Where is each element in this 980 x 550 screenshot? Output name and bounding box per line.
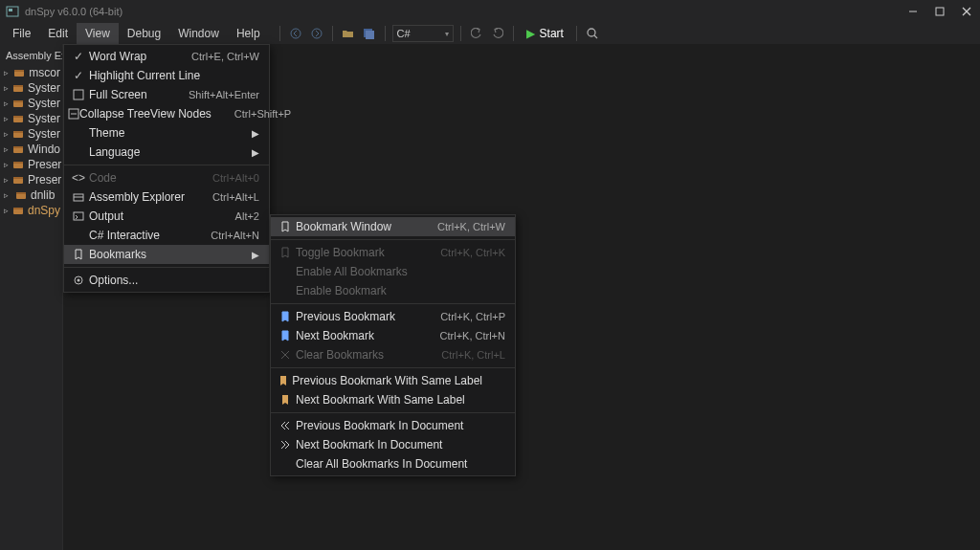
panel-title: Assembly Ex [0,46,62,65]
assembly-icon [13,67,25,78]
svg-rect-21 [13,131,23,133]
menu-prev-bookmark-label[interactable]: Previous Bookmark With Same Label [271,371,515,390]
chevron-down-icon: ▾ [445,30,449,38]
menu-output[interactable]: OutputAlt+2 [64,207,269,226]
menu-enable-bookmark: Enable Bookmark [271,281,515,300]
svg-point-39 [78,279,80,282]
tree-item[interactable]: ▹mscor [0,65,62,80]
menu-clear-bookmarks: Clear BookmarksCtrl+K, Ctrl+L [271,345,515,364]
menu-separator [64,165,269,165]
tree-item[interactable]: ▹Syster [0,126,62,142]
menu-language[interactable]: Language▶ [64,143,269,162]
tree-expand-icon[interactable]: ▹ [4,99,9,108]
open-folder-button[interactable] [340,25,357,42]
menu-next-bookmark[interactable]: Next BookmarkCtrl+K, Ctrl+N [271,326,515,345]
svg-rect-27 [13,177,23,179]
tree-expand-icon[interactable]: ▹ [4,160,9,169]
menu-debug[interactable]: Debug [119,23,169,44]
menu-bookmarks[interactable]: Bookmarks▶ [64,245,269,264]
nav-back-button[interactable] [287,25,304,42]
tree-expand-icon[interactable]: ▹ [4,206,9,215]
menu-edit[interactable]: Edit [39,23,77,44]
assembly-explorer-panel: Assembly Ex ▹mscor▹Syster▹Syster▹Syster▹… [0,44,63,550]
menu-collapse-tree[interactable]: Collapse TreeView NodesCtrl+Shift+P [64,104,269,123]
redo-button[interactable] [489,25,506,42]
tree-expand-icon[interactable]: ▹ [4,68,10,77]
menu-help[interactable]: Help [228,23,269,44]
bookmark-next-icon [275,330,296,341]
tree-expand-icon[interactable]: ▹ [4,83,9,93]
assembly-icon [12,159,24,170]
tree-item[interactable]: ▹Preser [0,172,62,187]
svg-rect-3 [936,8,944,15]
assembly-icon [12,113,24,124]
menu-next-bookmark-label[interactable]: Next Bookmark With Same Label [271,390,515,409]
menu-view[interactable]: View [77,23,119,44]
tree-item-label: Syster [28,112,60,125]
toolbar-separator [576,26,577,41]
bookmark-doc-icon [275,420,296,431]
nav-forward-button[interactable] [308,25,325,42]
menu-prev-bookmark[interactable]: Previous BookmarkCtrl+K, Ctrl+P [271,307,515,326]
assembly-icon [12,98,24,109]
tree-item-label: Windo [28,143,60,156]
tree-expand-icon[interactable]: ▹ [4,190,11,200]
tree-expand-icon[interactable]: ▹ [4,175,9,185]
svg-rect-1 [9,9,12,11]
menu-word-wrap[interactable]: ✓Word WrapCtrl+E, Ctrl+W [64,47,269,66]
menu-csharp-interactive[interactable]: C# InteractiveCtrl+Alt+N [64,226,269,245]
app-icon [6,5,19,18]
bookmarks-submenu: Bookmark WindowCtrl+K, Ctrl+W Toggle Boo… [270,214,516,476]
bookmark-label-icon [275,375,292,386]
menu-bookmark-window[interactable]: Bookmark WindowCtrl+K, Ctrl+W [271,217,515,236]
undo-button[interactable] [468,25,485,42]
svg-rect-23 [13,146,23,148]
tree-item-label: Preser [28,158,61,171]
output-icon [68,210,89,222]
svg-rect-13 [14,70,24,72]
maximize-button[interactable] [926,0,953,23]
menu-next-bookmark-doc[interactable]: Next Bookmark In Document [271,435,515,454]
bookmark-icon [68,249,89,260]
save-all-button[interactable] [361,25,378,42]
tree-item[interactable]: ▹Windo [0,142,62,157]
menu-clear-bookmarks-doc[interactable]: Clear All Bookmarks In Document [271,454,515,473]
toolbar-separator [513,26,514,41]
menu-theme[interactable]: Theme▶ [64,123,269,143]
tree-item[interactable]: ▹Preser [0,157,62,172]
tree-item[interactable]: ▹Syster [0,96,62,111]
tree-item[interactable]: ▹dnSpy [0,203,62,218]
start-label: Start [540,27,564,40]
menu-assembly-explorer[interactable]: Assembly ExplorerCtrl+Alt+L [64,187,269,207]
minimize-button[interactable] [900,0,926,23]
language-select[interactable]: C# ▾ [392,25,454,42]
close-button[interactable] [953,0,980,23]
assembly-icon [12,82,24,94]
tree-item[interactable]: ▹dnlib [0,187,62,203]
menu-window[interactable]: Window [169,23,228,44]
menu-prev-bookmark-doc[interactable]: Previous Bookmark In Document [271,416,515,435]
check-icon: ✓ [68,69,89,82]
assembly-icon [12,174,24,186]
tree-item[interactable]: ▹Syster [0,111,62,126]
menu-options[interactable]: Options... [64,271,269,290]
tree-item[interactable]: ▹Syster [0,80,62,96]
toolbar-separator [279,26,280,41]
tree-expand-icon[interactable]: ▹ [4,144,9,154]
title-bar: dnSpy v6.0.0 (64-bit) [0,0,980,23]
tree-expand-icon[interactable]: ▹ [4,129,9,139]
menu-highlight-line[interactable]: ✓Highlight Current Line [64,66,269,85]
bookmark-window-icon [275,221,296,232]
language-value: C# [397,28,411,39]
menu-full-screen[interactable]: Full ScreenShift+Alt+Enter [64,85,269,104]
svg-rect-32 [74,90,83,99]
menu-separator [271,303,515,304]
tree-expand-icon[interactable]: ▹ [4,114,9,123]
fullscreen-icon [68,89,89,100]
menu-code: <>CodeCtrl+Alt+0 [64,168,269,187]
assembly-icon [12,205,24,216]
menu-file[interactable]: File [4,23,39,44]
menu-bar: File Edit View Debug Window Help C# ▾ ▶ … [0,23,980,44]
start-button[interactable]: ▶ Start [521,27,569,40]
search-button[interactable] [584,25,601,42]
